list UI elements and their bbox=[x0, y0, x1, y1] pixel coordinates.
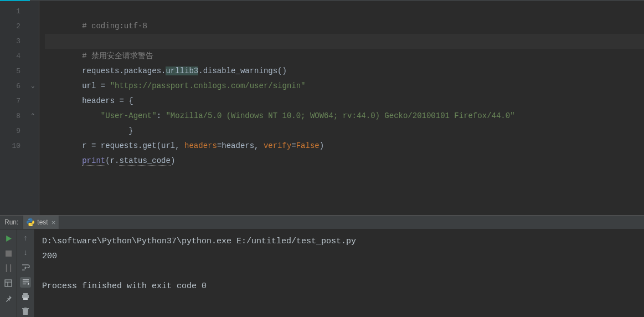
run-label: Run: bbox=[0, 218, 23, 226]
svg-point-1 bbox=[32, 225, 32, 226]
svg-rect-2 bbox=[6, 250, 12, 257]
line-number: 2 bbox=[0, 19, 30, 34]
code-editor[interactable]: 12345678910 ⌄⌃ # coding:utf-8 import req… bbox=[0, 1, 644, 215]
run-toolbar-primary: || bbox=[0, 229, 17, 317]
code-line[interactable]: url = "https://passport.cnblogs.com/user… bbox=[45, 64, 644, 79]
paren: ) bbox=[171, 156, 175, 165]
code-line[interactable]: r = requests.get(url, headers=headers, v… bbox=[45, 124, 644, 139]
code-text: (r. bbox=[105, 156, 119, 165]
run-panel-header: Run: test × bbox=[0, 216, 644, 229]
run-tab[interactable]: test × bbox=[23, 216, 59, 229]
attribute: status_code bbox=[119, 156, 170, 166]
fold-marker-icon[interactable]: ⌄ bbox=[31, 79, 35, 94]
code-line[interactable]: # coding:utf-8 bbox=[45, 4, 644, 19]
line-number: 9 bbox=[0, 124, 30, 139]
play-icon[interactable] bbox=[3, 233, 14, 244]
run-toolbar-secondary: ↑ ↓ bbox=[17, 229, 34, 317]
line-number: 3 bbox=[0, 34, 30, 49]
line-number: 5 bbox=[0, 64, 30, 79]
arrow-up-icon[interactable]: ↑ bbox=[20, 233, 31, 244]
trash-icon[interactable] bbox=[20, 306, 31, 318]
svg-rect-8 bbox=[23, 298, 28, 300]
code-line[interactable]: import requests bbox=[45, 19, 644, 34]
pause-icon[interactable]: || bbox=[3, 263, 14, 274]
line-number: 10 bbox=[0, 139, 30, 154]
scroll-to-end-icon[interactable] bbox=[20, 277, 31, 288]
builtin-func: print bbox=[82, 156, 105, 166]
code-area[interactable]: # coding:utf-8 import requests # 禁用安全请求警… bbox=[39, 1, 644, 215]
line-number: 6 bbox=[0, 79, 30, 94]
svg-rect-6 bbox=[23, 293, 28, 295]
pin-icon[interactable] bbox=[3, 293, 14, 304]
run-tab-name: test bbox=[37, 218, 48, 226]
line-number: 1 bbox=[0, 4, 30, 19]
line-number: 8 bbox=[0, 109, 30, 124]
code-line-current[interactable]: # 禁用安全请求警告 bbox=[45, 34, 644, 49]
line-number: 4 bbox=[0, 49, 30, 64]
soft-wrap-icon[interactable] bbox=[20, 262, 31, 273]
svg-rect-3 bbox=[5, 280, 12, 287]
code-line[interactable]: requests.packages.urllib3.disable_warnin… bbox=[45, 49, 644, 64]
line-number-gutter: 12345678910 bbox=[0, 1, 30, 215]
run-panel: || ↑ ↓ D:\software\Python\Pyt bbox=[0, 229, 644, 317]
code-line[interactable]: print(r.status_code) bbox=[45, 139, 644, 154]
fold-marker-icon[interactable]: ⌃ bbox=[31, 109, 35, 124]
arrow-down-icon[interactable]: ↓ bbox=[20, 248, 31, 259]
code-line[interactable]: "User-Agent": "Mozilla/5.0 (Windows NT 1… bbox=[45, 94, 644, 109]
python-file-icon bbox=[27, 218, 34, 226]
code-line[interactable]: } bbox=[45, 109, 644, 124]
print-icon[interactable] bbox=[20, 292, 31, 303]
layout-icon[interactable] bbox=[3, 278, 14, 289]
line-number: 7 bbox=[0, 94, 30, 109]
stop-icon[interactable] bbox=[3, 248, 14, 259]
code-line[interactable]: headers = { bbox=[45, 79, 644, 94]
svg-point-0 bbox=[29, 219, 29, 219]
close-icon[interactable]: × bbox=[51, 218, 56, 227]
console-output[interactable]: D:\software\Python\Python37\python.exe E… bbox=[34, 229, 644, 317]
fold-strip: ⌄⌃ bbox=[30, 1, 39, 215]
tab-accent bbox=[0, 0, 30, 1]
